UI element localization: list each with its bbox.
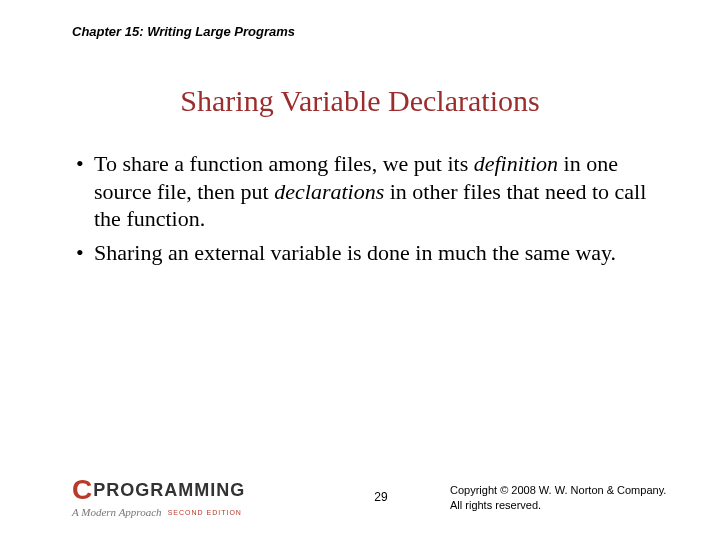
page-number: 29 xyxy=(374,490,387,504)
chapter-label: Chapter 15: Writing Large Programs xyxy=(72,24,295,39)
book-logo: C PROGRAMMING A Modern Approach SECOND E… xyxy=(72,476,282,518)
slide-title: Sharing Variable Declarations xyxy=(0,84,720,118)
logo-subtitle: A Modern Approach xyxy=(72,506,162,518)
bullet-item: • Sharing an external variable is done i… xyxy=(76,239,660,267)
body-text: • To share a function among files, we pu… xyxy=(76,150,660,272)
logo-edition: SECOND EDITION xyxy=(168,509,242,516)
copyright: Copyright © 2008 W. W. Norton & Company.… xyxy=(450,483,680,512)
logo-c-letter: C xyxy=(72,476,91,504)
bullet-text: To share a function among files, we put … xyxy=(94,150,660,233)
bullet-dot: • xyxy=(76,239,94,267)
copyright-line: Copyright © 2008 W. W. Norton & Company. xyxy=(450,483,680,497)
bullet-text: Sharing an external variable is done in … xyxy=(94,239,660,267)
footer: C PROGRAMMING A Modern Approach SECOND E… xyxy=(72,468,690,518)
bullet-item: • To share a function among files, we pu… xyxy=(76,150,660,233)
bullet-dot: • xyxy=(76,150,94,233)
copyright-line: All rights reserved. xyxy=(450,498,680,512)
logo-programming-word: PROGRAMMING xyxy=(93,481,245,499)
